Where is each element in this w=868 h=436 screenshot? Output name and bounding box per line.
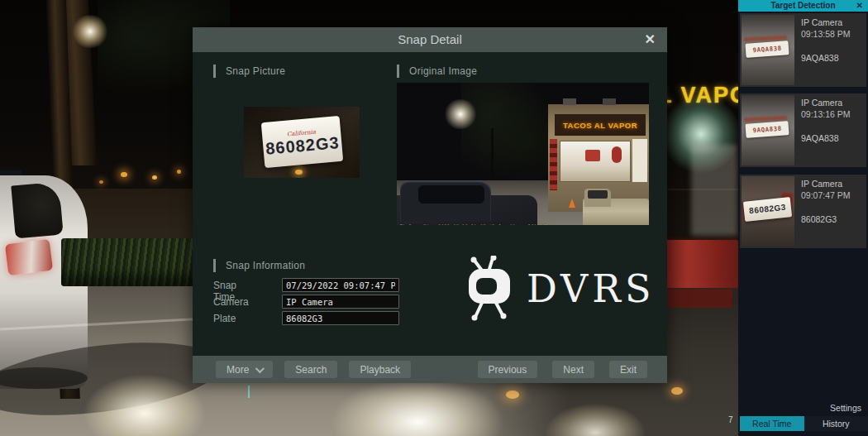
detection-plate: 9AQA838: [801, 133, 839, 143]
more-button[interactable]: More: [216, 361, 273, 378]
settings-link[interactable]: Settings: [830, 403, 861, 413]
detection-thumbnail: 86082G3: [742, 176, 794, 247]
scene-trees: [461, 83, 556, 189]
shop-red-banner: [661, 240, 738, 288]
target-detection-panel: Target Detection ✕ 9AQA838 IP Camera 09:…: [738, 0, 868, 436]
playback-button[interactable]: Playback: [349, 361, 411, 378]
detection-plate: 86082G3: [801, 214, 837, 224]
thumb-plate: 86082G3: [743, 197, 792, 222]
snap-information-section-label: Snap Information: [213, 258, 305, 273]
detection-time: 09:13:58 PM: [801, 29, 861, 39]
detection-camera: IP Camera: [801, 179, 861, 189]
snap-picture-image: California 86082G3: [244, 107, 360, 178]
dvr-screen: L VAPO 7 Snap Detail ✕ Snap Picture Orig…: [0, 0, 868, 436]
original-image: TACOS AL VAPOR: [397, 83, 649, 225]
roof-unit: [603, 98, 616, 105]
dialog-titlebar: Snap Detail ✕: [193, 27, 667, 52]
snap-detail-dialog: Snap Detail ✕ Snap Picture Original Imag…: [193, 27, 667, 383]
dvrs-watermark: DVRS: [464, 256, 655, 322]
lit-shop-wall: [691, 145, 737, 236]
dark-pickup-window: [418, 185, 484, 204]
detection-meta: IP Camera 09:07:47 PM 86082G3: [796, 175, 866, 248]
hedge: [61, 238, 203, 286]
stand-window: [560, 141, 631, 182]
footer-left-buttons: More Search Playback: [216, 361, 411, 378]
snap-picture-section-label: Snap Picture: [213, 64, 285, 79]
original-image-section-label: Original Image: [397, 64, 477, 79]
headlight-dot: [506, 390, 519, 399]
dialog-title: Snap Detail: [193, 32, 667, 46]
tv-robot-icon: [464, 256, 515, 322]
search-button[interactable]: Search: [284, 361, 337, 378]
window-red-item: [612, 146, 622, 163]
scene-streetlight: [443, 99, 478, 129]
detection-item[interactable]: 86082G3 IP Camera 09:07:47 PM 86082G3: [740, 175, 866, 248]
thumb-plate: 9AQA838: [745, 121, 789, 138]
chevron-down-icon: [255, 363, 265, 372]
detection-thumbnail: 9AQA838: [742, 15, 794, 85]
osd-line2: Capture Time:2022-07-29 21:07:42 Car Pla…: [399, 223, 549, 225]
distant-light: [152, 175, 157, 180]
detection-time: 09:13:16 PM: [801, 109, 861, 119]
detection-plate: 9AQA838: [801, 53, 839, 63]
detection-item[interactable]: 9AQA838 IP Camera 09:13:16 PM 9AQA838: [740, 93, 866, 167]
snap-time-field[interactable]: [282, 278, 399, 292]
dialog-footer: More Search Playback Previous Next Exit: [193, 356, 667, 383]
headlight-dot: [671, 387, 683, 395]
light-dot: [295, 170, 303, 175]
stand-red-column: [550, 139, 557, 190]
tab-history[interactable]: History: [804, 416, 868, 431]
previous-button[interactable]: Previous: [478, 361, 538, 378]
traffic-cone: [569, 199, 575, 208]
license-plate: California 86082G3: [261, 116, 343, 168]
distant-light: [121, 172, 127, 177]
roof-unit: [563, 98, 576, 105]
close-icon[interactable]: ✕: [856, 1, 863, 10]
taco-sign: TACOS AL VAPOR: [555, 114, 646, 136]
panel-title: Target Detection: [738, 1, 868, 10]
camera-field[interactable]: [282, 295, 399, 309]
pickup-cab: [584, 189, 611, 207]
detection-time: 09:07:47 PM: [801, 190, 861, 200]
window-red-item: [585, 150, 600, 161]
section-accent-bar: [397, 65, 399, 78]
panel-header: Target Detection ✕: [738, 0, 868, 12]
section-accent-bar: [213, 65, 216, 78]
tan-pickup: [583, 189, 649, 225]
shop-red-lower: [666, 290, 732, 308]
exit-button[interactable]: Exit: [609, 361, 647, 378]
channel-number: 7: [728, 415, 733, 424]
dark-pickup: [397, 180, 537, 225]
van-taillight: [5, 239, 53, 275]
footer-right-buttons: Previous Next Exit: [478, 361, 647, 378]
plate-field[interactable]: [282, 311, 399, 325]
taco-sign-text: TACOS AL VAPOR: [563, 121, 637, 130]
detection-meta: IP Camera 09:13:58 PM 9AQA838: [796, 13, 866, 87]
thumb-plate: 9AQA838: [745, 41, 789, 58]
streetlight-glow: [71, 15, 109, 48]
close-icon[interactable]: ✕: [645, 31, 656, 48]
panel-tabs: Real Time History: [740, 416, 868, 431]
stand-side-window: [632, 139, 647, 182]
camera-label: Camera: [213, 296, 249, 308]
plate-label: Plate: [213, 313, 236, 324]
detection-thumbnail: 9AQA838: [742, 95, 794, 165]
pickup-window: [588, 190, 608, 199]
detection-item[interactable]: 9AQA838 IP Camera 09:13:58 PM 9AQA838: [740, 13, 866, 87]
section-accent-bar: [213, 259, 216, 272]
detection-meta: IP Camera 09:13:16 PM 9AQA838: [796, 93, 866, 167]
distant-light: [177, 170, 181, 174]
next-button[interactable]: Next: [552, 361, 594, 378]
dvrs-logo-text: DVRS: [527, 270, 655, 308]
detection-camera: IP Camera: [801, 98, 861, 108]
distant-light: [99, 180, 103, 184]
detection-camera: IP Camera: [801, 17, 861, 27]
dark-pickup-cab: [400, 180, 491, 222]
plate-number: 86082G3: [265, 133, 340, 158]
tab-real-time[interactable]: Real Time: [740, 416, 804, 431]
light-streak: [248, 386, 250, 398]
